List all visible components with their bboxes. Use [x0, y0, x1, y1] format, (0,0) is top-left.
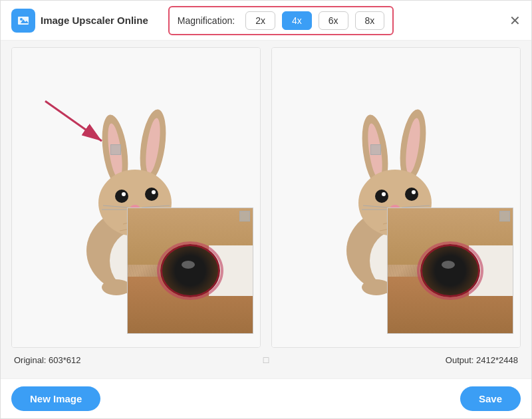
mag-btn-4x[interactable]: 4x — [282, 11, 312, 30]
mag-btn-2x[interactable]: 2x — [245, 11, 275, 30]
svg-point-3 — [20, 18, 23, 21]
footer: New Image Save — [1, 378, 531, 418]
eye-highlight-left — [182, 261, 195, 269]
output-dimensions: Output: 2412*2448 — [269, 355, 518, 365]
original-magnifier-overlay — [127, 208, 253, 334]
images-row — [11, 47, 521, 348]
eye-dark-right — [420, 244, 480, 297]
original-image-panel — [11, 47, 261, 348]
eye-highlight-right — [442, 261, 455, 269]
mag-btn-8x[interactable]: 8x — [355, 11, 385, 30]
header: Image Upscaler Online Magnification: 2x … — [1, 1, 531, 41]
save-button[interactable]: Save — [460, 386, 521, 411]
arrow-container — [32, 88, 118, 157]
app-logo: Image Upscaler Online — [11, 9, 148, 33]
status-bar: Original: 603*612 □ Output: 2412*2448 — [11, 348, 521, 372]
app-title: Image Upscaler Online — [41, 15, 148, 26]
svg-point-33 — [375, 190, 388, 203]
svg-point-13 — [145, 188, 158, 201]
divider-icon: □ — [263, 354, 269, 365]
magnifier-handle-left[interactable] — [239, 211, 250, 221]
output-image-panel — [271, 47, 521, 348]
direction-arrow — [32, 88, 118, 154]
output-rabbit-bg — [272, 48, 520, 347]
output-eye-closeup — [388, 208, 513, 333]
svg-point-15 — [152, 190, 156, 194]
svg-point-34 — [405, 188, 418, 201]
svg-point-36 — [412, 190, 416, 194]
svg-point-12 — [115, 190, 128, 203]
main-content: Original: 603*612 □ Output: 2412*2448 — [1, 41, 531, 378]
svg-line-24 — [45, 101, 102, 141]
magnifier-handle-right[interactable] — [499, 211, 510, 221]
close-button[interactable]: ✕ — [509, 14, 521, 27]
magnification-bar: Magnification: 2x 4x 6x 8x — [168, 6, 394, 35]
original-eye-closeup — [128, 208, 253, 333]
new-image-button[interactable]: New Image — [11, 386, 100, 411]
original-rabbit-bg — [12, 48, 260, 347]
svg-point-21 — [102, 279, 131, 295]
mag-btn-6x[interactable]: 6x — [319, 11, 348, 30]
svg-point-42 — [362, 279, 391, 295]
app-logo-icon — [11, 9, 35, 33]
app-window: Image Upscaler Online Magnification: 2x … — [0, 0, 532, 419]
output-magnifier-crosshair — [370, 144, 381, 155]
svg-point-35 — [382, 192, 386, 196]
svg-point-14 — [122, 192, 126, 196]
original-dimensions: Original: 603*612 — [14, 355, 263, 365]
output-magnifier-overlay — [387, 208, 513, 334]
eye-dark-left — [160, 244, 220, 297]
magnification-label: Magnification: — [178, 15, 235, 26]
